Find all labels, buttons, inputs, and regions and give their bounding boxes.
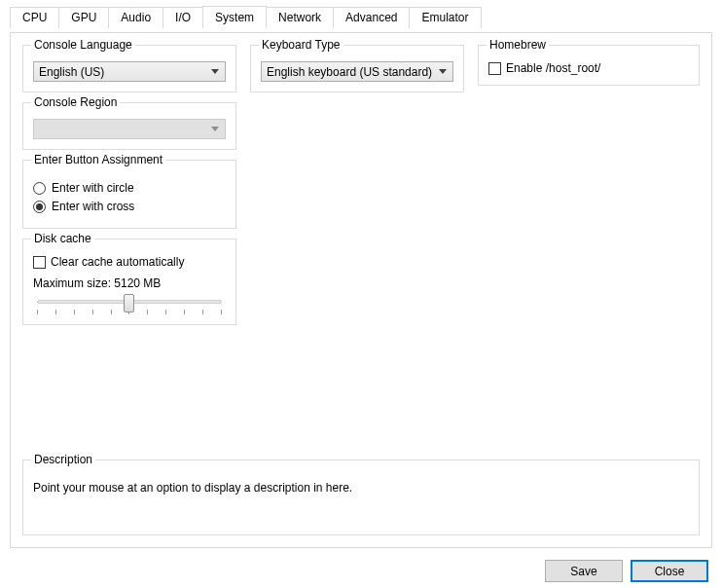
description-text: Point your mouse at an option to display… [33,481,689,495]
cache-size-slider[interactable] [33,300,226,314]
enable-host-root-label: Enable /host_root/ [506,61,600,75]
tab-advanced[interactable]: Advanced [333,7,410,28]
console-region-title: Console Region [31,95,120,109]
description-title: Description [31,453,95,466]
homebrew-group: Homebrew Enable /host_root/ [478,45,700,86]
console-language-value: English (US) [39,65,104,79]
tab-emulator-label: Emulator [421,11,468,24]
tab-gpu[interactable]: GPU [58,7,109,28]
tab-audio[interactable]: Audio [108,7,163,28]
checkbox-icon [33,256,46,269]
tab-system[interactable]: System [202,6,267,27]
clear-cache-label: Clear cache automatically [51,255,184,269]
enter-button-title: Enter Button Assignment [31,153,165,166]
tab-gpu-label: GPU [71,11,96,24]
tab-cpu[interactable]: CPU [10,7,59,28]
enter-button-group: Enter Button Assignment Enter with circl… [22,160,236,229]
slider-thumb[interactable] [124,294,134,312]
tab-emulator[interactable]: Emulator [409,7,481,28]
chevron-down-icon [206,63,223,80]
chevron-down-icon [206,121,223,137]
tab-io-label: I/O [175,11,191,24]
save-button-label: Save [570,565,596,578]
tab-strip: CPU GPU Audio I/O System Network Advance… [10,6,722,27]
enter-cross-label: Enter with cross [52,200,134,213]
settings-panel: Console Language English (US) Console Re… [10,32,712,548]
tab-system-label: System [215,11,254,24]
homebrew-title: Homebrew [487,38,549,52]
radio-checked-icon [33,201,46,213]
disk-cache-title: Disk cache [31,232,94,245]
console-region-group: Console Region [22,102,236,150]
enter-cross-option[interactable]: Enter with cross [33,200,226,213]
keyboard-type-group: Keyboard Type English keyboard (US stand… [250,45,464,92]
tab-io[interactable]: I/O [162,7,203,28]
enter-circle-option[interactable]: Enter with circle [33,181,226,195]
console-language-title: Console Language [31,38,135,52]
slider-track [37,300,222,304]
radio-icon [33,182,46,195]
console-region-dropdown[interactable] [33,119,226,139]
keyboard-type-dropdown[interactable]: English keyboard (US standard) [261,61,453,82]
disk-cache-group: Disk cache Clear cache automatically Max… [22,239,236,325]
console-language-group: Console Language English (US) [22,45,236,92]
chevron-down-icon [434,63,451,80]
tab-advanced-label: Advanced [345,11,397,24]
console-language-dropdown[interactable]: English (US) [33,61,226,82]
footer-buttons: Save Close [545,560,708,582]
keyboard-type-title: Keyboard Type [259,38,343,52]
clear-cache-checkbox-row[interactable]: Clear cache automatically [33,255,226,269]
tab-network-label: Network [278,11,321,24]
save-button[interactable]: Save [545,560,623,582]
max-size-label: Maximum size: 5120 MB [33,276,226,290]
keyboard-type-value: English keyboard (US standard) [267,65,432,79]
tab-network[interactable]: Network [266,7,334,28]
close-button[interactable]: Close [631,560,708,582]
tab-cpu-label: CPU [22,11,47,24]
description-group: Description Point your mouse at an optio… [22,459,700,535]
close-button-label: Close [655,565,685,578]
enter-circle-label: Enter with circle [52,181,134,195]
enable-host-root-row[interactable]: Enable /host_root/ [488,61,689,75]
checkbox-icon [488,62,501,75]
tab-audio-label: Audio [121,11,151,24]
